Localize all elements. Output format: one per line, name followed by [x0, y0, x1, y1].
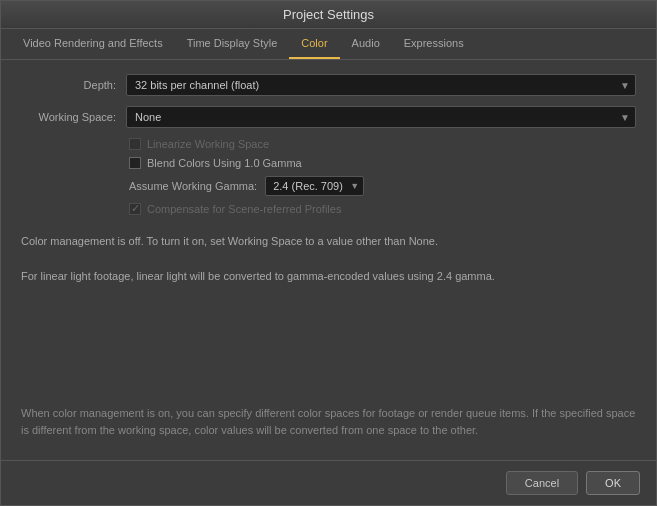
- working-space-row: Working Space: None sRGB Adobe RGB ▼: [21, 106, 636, 128]
- gamma-label: Assume Working Gamma:: [129, 180, 257, 192]
- depth-label: Depth:: [21, 79, 116, 91]
- options-section: Linearize Working Space Blend Colors Usi…: [21, 138, 636, 215]
- info-text-1: Color management is off. To turn it on, …: [21, 233, 636, 250]
- tab-color[interactable]: Color: [289, 29, 339, 59]
- compensate-checkbox[interactable]: [129, 203, 141, 215]
- dialog-title: Project Settings: [283, 7, 374, 22]
- tab-expressions[interactable]: Expressions: [392, 29, 476, 59]
- bottom-info-section: When color management is on, you can spe…: [21, 405, 636, 446]
- working-space-select[interactable]: None sRGB Adobe RGB: [126, 106, 636, 128]
- bottom-info-text: When color management is on, you can spe…: [21, 405, 636, 446]
- compensate-row: Compensate for Scene-referred Profiles: [129, 203, 636, 215]
- blend-colors-checkbox[interactable]: [129, 157, 141, 169]
- gamma-select[interactable]: 1.8 2.2 2.4 (Rec. 709): [265, 176, 364, 196]
- gamma-select-wrapper: 1.8 2.2 2.4 (Rec. 709) ▼: [265, 176, 364, 196]
- dialog-footer: Cancel OK: [1, 460, 656, 505]
- linearize-label: Linearize Working Space: [147, 138, 269, 150]
- project-settings-dialog: Project Settings Video Rendering and Eff…: [0, 0, 657, 506]
- ok-button[interactable]: OK: [586, 471, 640, 495]
- tab-audio[interactable]: Audio: [340, 29, 392, 59]
- linearize-row: Linearize Working Space: [129, 138, 636, 150]
- working-space-select-wrapper: None sRGB Adobe RGB ▼: [126, 106, 636, 128]
- info-text-2: For linear light footage, linear light w…: [21, 268, 636, 285]
- compensate-label: Compensate for Scene-referred Profiles: [147, 203, 341, 215]
- tabs-bar: Video Rendering and Effects Time Display…: [1, 29, 656, 60]
- depth-select[interactable]: 8 bits per channel 16 bits per channel 3…: [126, 74, 636, 96]
- tab-content: Depth: 8 bits per channel 16 bits per ch…: [1, 60, 656, 460]
- info-section-2: For linear light footage, linear light w…: [21, 264, 636, 285]
- tab-time[interactable]: Time Display Style: [175, 29, 290, 59]
- cancel-button[interactable]: Cancel: [506, 471, 578, 495]
- working-space-label: Working Space:: [21, 111, 116, 123]
- depth-row: Depth: 8 bits per channel 16 bits per ch…: [21, 74, 636, 96]
- linearize-checkbox[interactable]: [129, 138, 141, 150]
- tab-video[interactable]: Video Rendering and Effects: [11, 29, 175, 59]
- depth-select-wrapper: 8 bits per channel 16 bits per channel 3…: [126, 74, 636, 96]
- info-section-1: Color management is off. To turn it on, …: [21, 229, 636, 250]
- dialog-title-bar: Project Settings: [1, 1, 656, 29]
- spacer: [21, 294, 636, 395]
- gamma-row: Assume Working Gamma: 1.8 2.2 2.4 (Rec. …: [129, 176, 636, 196]
- blend-colors-label: Blend Colors Using 1.0 Gamma: [147, 157, 302, 169]
- blend-colors-row: Blend Colors Using 1.0 Gamma: [129, 157, 636, 169]
